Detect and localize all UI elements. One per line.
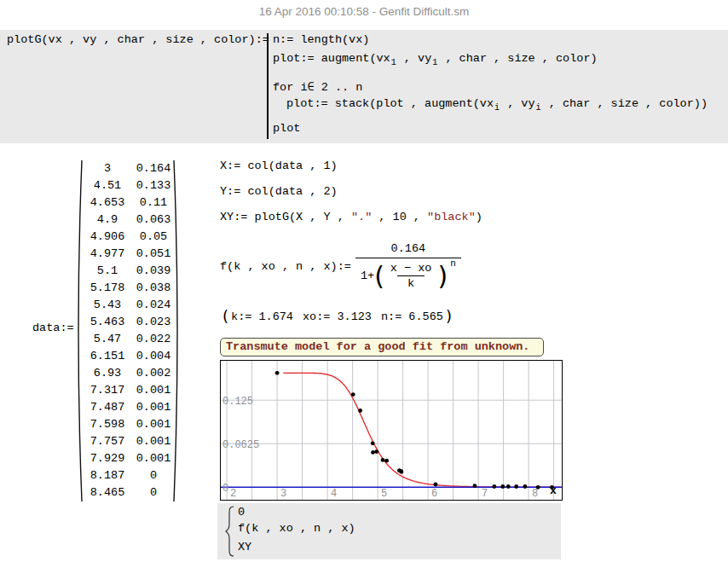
matrix-row: 7.4870.001	[84, 399, 172, 416]
matrix-cell: 0.001	[135, 416, 172, 433]
note-box[interactable]: Transmute model for a good fit from unkn…	[220, 338, 544, 356]
f-lhs: f(k , xo , n , x):=	[220, 260, 351, 273]
data-point	[381, 458, 385, 462]
program-bar	[267, 33, 269, 139]
matrix-row: 5.10.039	[84, 263, 172, 280]
data-label: data:=	[32, 322, 74, 334]
data-point	[473, 484, 477, 488]
x-tick-label: 5	[381, 488, 387, 500]
x-axis-label: x	[550, 484, 557, 497]
data-matrix-rows: 30.1644.510.1334.6530.114.90.0634.9060.0…	[84, 160, 172, 501]
matrix-cell: 4.653	[84, 194, 131, 212]
matrix-row: 5.1780.038	[84, 280, 172, 297]
matrix-cell: 0.063	[135, 212, 172, 229]
matrix-row: 5.430.024	[84, 297, 172, 314]
matrix-cell: 0.024	[135, 297, 172, 314]
open-paren: (	[374, 264, 384, 287]
matrix-cell: 7.317	[84, 382, 131, 399]
def-xy[interactable]: XY:= plotG(X , Y , "." , 10 , "black")	[220, 211, 482, 223]
plot-svg[interactable]: 0.1250.062502345678x	[220, 360, 563, 501]
matrix-cell: 0.001	[135, 450, 172, 467]
matrix-cell: 0.002	[135, 365, 172, 382]
program-line-3: for i∈ 2 .. n	[273, 79, 362, 94]
matrix-cell: 0.05	[135, 229, 172, 246]
matrix-cell: 4.906	[84, 229, 131, 246]
matrix-row: 5.4630.023	[84, 314, 172, 331]
matrix-row: 4.9060.05	[84, 229, 172, 246]
matrix-cell: 8.187	[84, 467, 131, 484]
matrix-cell: 4.977	[84, 246, 131, 263]
matrix-cell: 6.151	[84, 348, 131, 365]
matrix-cell: 7.598	[84, 416, 131, 433]
series-brace	[224, 506, 236, 557]
f-exponent: n	[450, 258, 456, 269]
data-point	[500, 484, 505, 489]
matrix-cell: 0.001	[135, 382, 172, 399]
matrix-cell: 0.001	[135, 433, 172, 450]
matrix-cell: 0	[135, 467, 172, 484]
matrix-row: 7.5980.001	[84, 416, 172, 433]
matrix-cell: 4.9	[84, 212, 131, 229]
data-point	[523, 484, 528, 489]
matrix-row: 8.4650	[84, 484, 172, 501]
plot-series-region[interactable]: 0 f(k , xo , n , x) XY	[217, 503, 561, 559]
y-tick-label: 0.0625	[222, 439, 259, 451]
param-k: k:= 1.674	[231, 310, 293, 323]
matrix-row: 5.470.022	[84, 331, 172, 348]
data-point	[434, 483, 438, 487]
program-line-5: plot	[273, 122, 300, 135]
matrix-cell: 5.47	[84, 331, 131, 348]
matrix-left-paren	[73, 159, 84, 503]
series-item-xy: XY	[238, 541, 251, 554]
data-point	[492, 484, 496, 489]
x-tick-label: 8	[532, 488, 538, 500]
matrix-cell: 0.039	[135, 263, 172, 280]
data-point	[371, 450, 375, 455]
fit-parameters[interactable]: ( k:= 1.674 xo:= 3.123 n:= 6.565 )	[220, 309, 454, 324]
matrix-cell: 7.757	[84, 433, 131, 450]
data-point	[371, 441, 375, 445]
matrix-row: 4.6530.11	[84, 194, 172, 212]
matrix-cell: 7.929	[84, 450, 131, 467]
matrix-row: 4.9770.051	[84, 246, 172, 263]
data-point	[384, 459, 389, 463]
def-x[interactable]: X:= col(data , 1)	[220, 159, 338, 172]
program-line-2: plot:= augment(vx1 , vy1 , char , size ,…	[273, 52, 598, 67]
matrix-right-paren	[172, 159, 182, 503]
matrix-cell: 5.463	[84, 314, 131, 331]
x-tick-label: 4	[331, 488, 337, 500]
matrix-cell: 0.133	[135, 177, 172, 194]
matrix-cell: 0.004	[135, 348, 172, 365]
matrix-cell: 0.038	[135, 280, 172, 297]
matrix-cell: 0.022	[135, 331, 172, 348]
matrix-row: 7.9290.001	[84, 450, 172, 467]
matrix-cell: 6.93	[84, 365, 131, 382]
matrix-cell: 0.051	[135, 246, 172, 263]
x-tick-label: 2	[230, 488, 236, 500]
data-point	[351, 392, 355, 397]
matrix-cell: 4.51	[84, 177, 131, 194]
matrix-row: 7.3170.001	[84, 382, 172, 399]
data-point	[514, 484, 518, 489]
param-xo: xo:= 3.123	[303, 310, 372, 323]
data-point	[506, 484, 511, 489]
close-paren: )	[437, 264, 448, 287]
matrix-row: 6.930.002	[84, 365, 172, 382]
matrix-cell: 0.023	[135, 314, 172, 331]
matrix-row: 8.1870	[84, 467, 172, 484]
matrix-row: 7.7570.001	[84, 433, 172, 450]
def-y[interactable]: Y:= col(data , 2)	[220, 185, 338, 198]
plotg-definition-region[interactable]: plotG(vx , vy , char , size , color):= n…	[0, 30, 728, 143]
data-point	[358, 409, 362, 413]
matrix-row: 30.164	[84, 160, 172, 177]
x-tick-label: 7	[482, 488, 488, 500]
matrix-cell: 0.001	[135, 399, 172, 416]
def-f[interactable]: f(k , xo , n , x):= 0.164 1+ ( x − xo k …	[220, 242, 461, 290]
data-point	[399, 470, 403, 474]
data-point	[275, 371, 280, 375]
y-tick-label: 0	[222, 483, 228, 495]
x-tick-label: 6	[431, 488, 437, 500]
open-paren: (	[222, 309, 228, 324]
matrix-cell: 8.465	[84, 484, 131, 501]
matrix-row: 4.510.133	[84, 177, 172, 194]
